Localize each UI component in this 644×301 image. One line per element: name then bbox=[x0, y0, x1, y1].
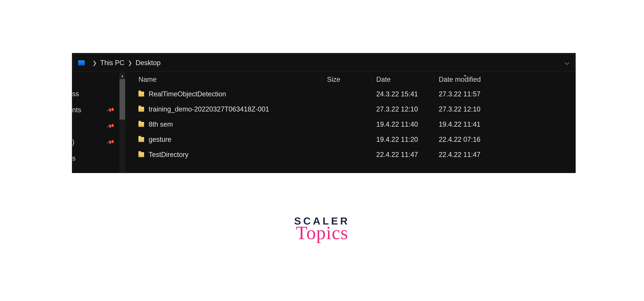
column-header-label: Date modified bbox=[439, 76, 481, 83]
file-date: 19.4.22 11:40 bbox=[371, 120, 434, 128]
file-name: RealTimeObjectDetection bbox=[149, 90, 226, 98]
column-header-date[interactable]: Date bbox=[371, 76, 434, 84]
history-dropdown-icon[interactable] bbox=[565, 60, 570, 65]
file-date: 22.4.22 11:47 bbox=[371, 151, 434, 159]
file-modified: 27.3.22 12:10 bbox=[434, 105, 496, 113]
file-modified: 22.4.22 11:47 bbox=[434, 151, 496, 159]
list-item[interactable]: gesture 19.4.22 11:20 22.4.22 07:16 bbox=[133, 132, 576, 147]
scroll-track[interactable] bbox=[120, 79, 125, 173]
scroll-thumb[interactable] bbox=[120, 79, 125, 120]
list-item[interactable]: training_demo-20220327T063418Z-001 27.3.… bbox=[133, 102, 576, 117]
this-pc-icon[interactable] bbox=[78, 60, 85, 66]
folder-icon bbox=[138, 152, 144, 157]
breadcrumb-this-pc[interactable]: This PC bbox=[100, 59, 124, 67]
navigation-pane: ss nts 📌 📌 ) 📌 s bbox=[72, 72, 125, 173]
column-headers: Name Size Date Date modified bbox=[133, 72, 576, 86]
file-date: 24.3.22 15:41 bbox=[371, 90, 434, 98]
nav-item[interactable]: s bbox=[72, 150, 120, 166]
file-modified: 27.3.22 11:57 bbox=[434, 90, 496, 98]
nav-item[interactable]: 📌 bbox=[72, 118, 120, 134]
nav-item[interactable]: nts 📌 bbox=[72, 102, 120, 118]
file-list: Name Size Date Date modified RealTimeObj… bbox=[125, 72, 576, 173]
nav-item[interactable]: ss bbox=[72, 86, 120, 102]
chevron-right-icon: ❯ bbox=[92, 60, 97, 66]
chevron-right-icon: ❯ bbox=[128, 60, 132, 66]
file-name: TestDirectory bbox=[149, 151, 188, 159]
list-item[interactable]: TestDirectory 22.4.22 11:47 22.4.22 11:4… bbox=[133, 147, 576, 162]
folder-icon bbox=[138, 92, 144, 96]
nav-item[interactable]: ) 📌 bbox=[72, 134, 120, 150]
column-header-date-modified[interactable]: Date modified bbox=[434, 76, 496, 84]
list-item[interactable]: 8th sem 19.4.22 11:40 19.4.22 11:41 bbox=[133, 117, 576, 132]
list-item[interactable]: RealTimeObjectDetection 24.3.22 15:41 27… bbox=[133, 86, 576, 102]
address-bar[interactable]: ❯ This PC ❯ Desktop bbox=[73, 54, 574, 71]
file-name: training_demo-20220327T063418Z-001 bbox=[149, 105, 269, 113]
folder-icon bbox=[138, 137, 144, 142]
column-header-size[interactable]: Size bbox=[322, 76, 371, 84]
nav-scrollbar[interactable]: ▴ bbox=[120, 72, 125, 173]
brand-text-topics: Topics bbox=[294, 224, 350, 242]
file-explorer-window: ❯ This PC ❯ Desktop ss nts 📌 📌 bbox=[72, 53, 576, 173]
folder-icon bbox=[138, 122, 144, 127]
sort-ascending-icon bbox=[464, 75, 466, 76]
nav-item-label: s bbox=[72, 154, 76, 162]
pin-icon: 📌 bbox=[106, 138, 115, 146]
file-modified: 19.4.22 11:41 bbox=[434, 120, 496, 128]
column-header-name[interactable]: Name bbox=[133, 76, 322, 84]
file-name: gesture bbox=[149, 136, 171, 144]
file-name: 8th sem bbox=[149, 120, 173, 128]
file-date: 19.4.22 11:20 bbox=[371, 136, 434, 144]
pin-icon: 📌 bbox=[106, 106, 115, 114]
file-rows: RealTimeObjectDetection 24.3.22 15:41 27… bbox=[133, 86, 576, 162]
nav-item-label: ss bbox=[72, 90, 79, 98]
nav-item-label: ) bbox=[72, 138, 74, 146]
scroll-up-icon[interactable]: ▴ bbox=[120, 72, 125, 79]
folder-icon bbox=[138, 107, 144, 112]
breadcrumb-desktop[interactable]: Desktop bbox=[136, 59, 160, 67]
scaler-topics-logo: SCALER Topics bbox=[294, 216, 350, 242]
file-modified: 22.4.22 07:16 bbox=[434, 136, 496, 144]
pin-icon: 📌 bbox=[106, 122, 115, 130]
file-date: 27.3.22 12:10 bbox=[371, 105, 434, 113]
nav-item-label: nts bbox=[72, 106, 81, 114]
